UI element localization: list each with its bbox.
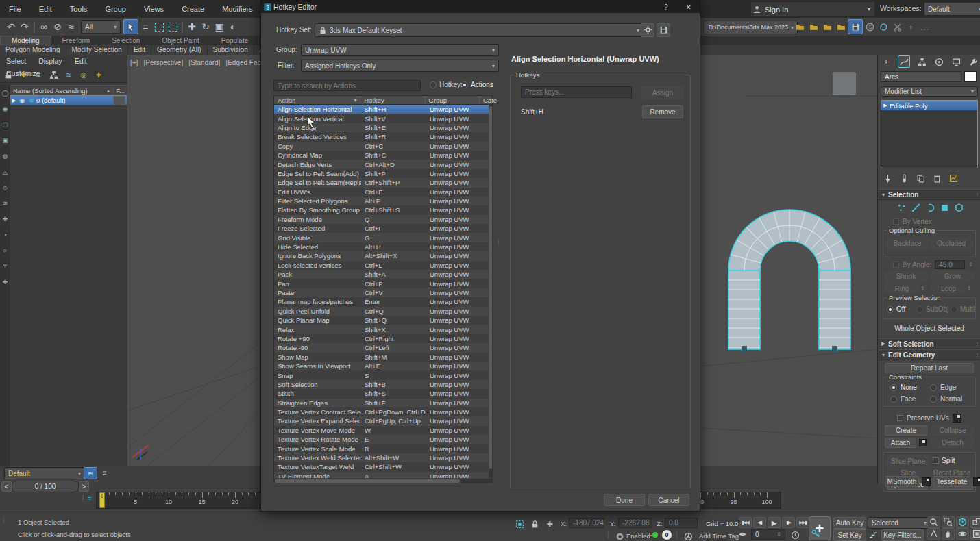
object-color-swatch[interactable] [964, 71, 977, 82]
menu-group[interactable]: Group [96, 0, 135, 18]
expand-icon[interactable]: ▶ [881, 103, 890, 108]
redo-icon[interactable]: ↷ [18, 20, 32, 34]
tab-create[interactable]: + [881, 56, 892, 67]
security-icon[interactable]: S [863, 20, 877, 34]
range-prev-button[interactable]: < [1, 481, 12, 492]
tab-display[interactable] [951, 56, 961, 67]
rollout-edit-geometry[interactable]: ▼ Edit Geometry ⁞ [879, 349, 980, 360]
range-next-button[interactable]: > [79, 481, 89, 492]
hotkey-row-copy[interactable]: CopyCtrl+CUnwrap UVW [274, 142, 489, 151]
helpers-icon[interactable]: ✚ [93, 69, 104, 80]
scrollbar-thumb[interactable] [275, 479, 460, 483]
hotkey-row-edge-sel-to-pelt-seam-add[interactable]: Edge Sel to Pelt Seam(Add)Shift+PUnwrap … [274, 169, 489, 178]
viewport-pov-label[interactable]: [Perspective] [143, 59, 183, 66]
detach-button[interactable]: Detach [931, 438, 974, 448]
ribbon-tab-object-paint[interactable]: Object Paint [151, 36, 210, 46]
project-folder-select[interactable]: D:\Documents\3ds Max 2023 ▾ [705, 21, 798, 34]
hotkey-table-header[interactable]: Action ▼ Hotkey Group Cate [273, 95, 493, 105]
notification-counter[interactable]: 0 [662, 530, 672, 540]
hotkey-row-lock-selected-vertices[interactable]: Lock selected verticesCtrl+LUnwrap UVW [274, 261, 489, 270]
key-steps-icon[interactable] [868, 529, 879, 540]
radio-icon[interactable] [890, 396, 897, 403]
modifier-stack[interactable]: ▶ Editable Poly [881, 100, 978, 168]
modifier-list-select[interactable]: Modifier List ▾ [881, 86, 978, 97]
select-object-icon[interactable] [123, 19, 138, 34]
hierarchy-icon[interactable] [48, 69, 59, 80]
element-mode-icon[interactable] [953, 203, 965, 213]
display-filter-icon-8[interactable]: ≋ [0, 195, 10, 211]
ribbon-tab-populate[interactable]: Populate [210, 36, 259, 46]
object-name-field[interactable]: Arcs [881, 71, 961, 82]
ribbon-tab-freeform[interactable]: Freeform [51, 36, 101, 46]
hotkey-row-freeze-selected[interactable]: Freeze SelectedCtrl+FUnwrap UVW [274, 224, 489, 233]
tessellate-button[interactable]: Tessellate [933, 476, 970, 487]
y-coordinate-field[interactable]: -2262.08 [618, 518, 652, 528]
hotkey-row-detach-edge-verts[interactable]: Detach Edge VertsCtrl+Alt+DUnwrap UVW [274, 160, 489, 168]
hotkey-row-show-seams-in-viewport[interactable]: Show Seams In ViewportAlt+EUnwrap UVW [274, 362, 489, 370]
remove-modifier-icon[interactable] [931, 173, 942, 184]
radio-icon[interactable] [930, 396, 937, 403]
save-hotkey-set-button[interactable] [657, 23, 670, 37]
zoom-extents-icon[interactable] [956, 516, 969, 528]
expand-icon[interactable]: ▶ [10, 98, 18, 103]
ribbon-tab-selection[interactable]: Selection [101, 36, 151, 46]
ring-spinner[interactable]: ⇕ [920, 286, 925, 292]
dialog-title-bar[interactable]: 3 Hotkey Editor ? ✕ [261, 1, 700, 13]
explorer-menu-display[interactable]: Display [32, 55, 68, 67]
search-actions-input[interactable] [273, 80, 421, 91]
edge-mode-icon[interactable] [910, 203, 922, 213]
assign-button[interactable]: Assign [642, 86, 683, 99]
x-coordinate-field[interactable]: -1807.024 [569, 518, 604, 528]
mini-curve-editor-icon[interactable]: ≈ [88, 494, 92, 502]
group-column-header[interactable]: Group [426, 96, 480, 104]
checkbox-icon[interactable] [933, 457, 939, 464]
polygon-mode-icon[interactable] [939, 203, 951, 213]
viewport-menu-plus[interactable]: [+] [130, 59, 138, 66]
hotkey-row-freeform-mode[interactable]: Freeform ModeQUnwrap UVW [274, 215, 489, 224]
hotkey-row-align-selection-horizontal[interactable]: Align Selection HorizontalShift+HUnwrap … [274, 105, 489, 114]
ribbon-group-modify-selection[interactable]: Modify Selection [66, 45, 128, 55]
radio-icon[interactable] [461, 81, 468, 88]
display-filter-icon-4[interactable]: ▣ [0, 132, 10, 148]
zoom-icon[interactable] [927, 516, 940, 528]
repeat-last-button[interactable]: Repeat Last [885, 363, 974, 373]
key-filters-button[interactable]: Key Filters... [881, 529, 924, 541]
splitter-handle[interactable]: ⁞ [498, 239, 500, 246]
hotkey-row-texture-vertex-contract-selection[interactable]: Texture Vertex Contract SelectionCtrl+Pg… [274, 407, 489, 416]
hotkey-row-pack[interactable]: PackShift+AUnwrap UVW [274, 270, 489, 279]
vertical-scrollbar[interactable] [489, 105, 493, 478]
undo-scene-icon[interactable] [877, 20, 890, 34]
checkbox-icon[interactable] [893, 218, 899, 225]
hotkey-row-break-selected-vertices[interactable]: Break Selected VerticesShift+RUnwrap UVW [274, 132, 489, 141]
move-icon[interactable]: ✚ [185, 20, 199, 34]
border-mode-icon[interactable] [924, 203, 936, 213]
constraint-normal-radio[interactable]: Normal [930, 395, 962, 403]
autosave-icon[interactable] [848, 19, 863, 34]
display-filter-icon-2[interactable]: ◉ [0, 101, 10, 116]
loop-button[interactable]: Loop [931, 284, 966, 293]
stack-item-editable-poly[interactable]: ▶ Editable Poly [881, 101, 977, 110]
hotkey-set-options-button[interactable] [641, 23, 654, 37]
remove-button[interactable]: Remove [642, 105, 683, 118]
constraint-edge-radio[interactable]: Edge [930, 383, 956, 391]
by-vertex-checkbox[interactable]: By Vertex [893, 218, 932, 225]
horizontal-scrollbar[interactable] [273, 479, 493, 483]
scene-new-icon[interactable] [793, 20, 807, 34]
grow-button[interactable]: Grow [931, 271, 974, 281]
done-button[interactable]: Done [604, 494, 645, 506]
trackbar-grip-icon[interactable]: ⁞ [82, 494, 84, 501]
by-angle-checkbox[interactable] [893, 262, 899, 268]
zoom-extents-all-icon[interactable] [970, 516, 980, 528]
paste-icon[interactable]: + [904, 20, 918, 34]
radio-icon[interactable] [951, 306, 957, 313]
layers-icon[interactable]: ≋ [33, 69, 44, 80]
select-link-icon[interactable]: ∞ [37, 20, 51, 34]
add-time-tag[interactable]: Add Time Tag [699, 532, 739, 540]
selection-lock-icon[interactable] [529, 518, 540, 529]
enabled-green-light[interactable] [652, 532, 658, 538]
key-mode-toggle-icon[interactable]: ◀▶ [739, 531, 746, 537]
scene-saveplus-icon[interactable] [834, 20, 848, 34]
time-configuration-icon[interactable] [789, 529, 800, 540]
viewport-shading-label[interactable]: [Standard] [188, 59, 220, 66]
hotkey-row-ignore-back-polygons[interactable]: Ignore Back PolygonsAlt+Shift+XUnwrap UV… [274, 251, 489, 260]
